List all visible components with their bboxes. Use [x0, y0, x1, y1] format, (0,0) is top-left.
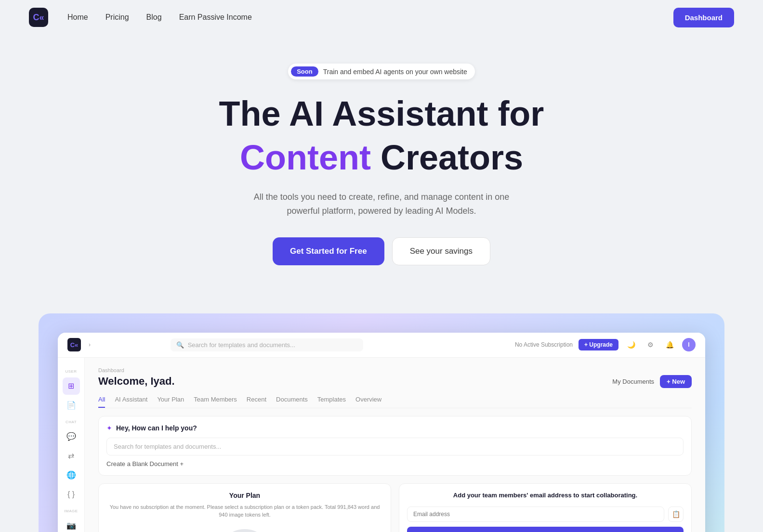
- db-welcome-right: My Documents + New: [612, 375, 692, 388]
- dark-mode-icon[interactable]: 🌙: [624, 338, 638, 351]
- sidebar-item-web[interactable]: 🌐: [63, 467, 80, 484]
- db-logo: C«: [67, 338, 81, 351]
- invite-friends-button[interactable]: Invite Friends: [407, 527, 684, 532]
- dashboard-preview-wrapper: C« › 🔍 Search for templates and document…: [39, 313, 724, 532]
- hero-title-line2: Content Creators: [10, 139, 753, 177]
- sidebar-item-camera[interactable]: 📷: [63, 517, 80, 532]
- db-cards-row: Your Plan You have no subscription at th…: [98, 483, 692, 532]
- db-search-placeholder: Search for templates and documents...: [188, 341, 295, 349]
- team-input-row: 📋: [407, 506, 684, 522]
- navbar: C« Home Pricing Blog Earn Passive Income…: [0, 0, 763, 35]
- db-chevron-icon: ›: [89, 341, 91, 348]
- notifications-icon[interactable]: 🔔: [663, 338, 676, 351]
- db-topbar: C« › 🔍 Search for templates and document…: [58, 333, 705, 358]
- tokens-gauge: [216, 527, 274, 532]
- sidebar-image-label: IMAGE: [64, 509, 78, 513]
- tab-team-members[interactable]: Team Members: [194, 396, 237, 408]
- sidebar-chat-label: CHAT: [66, 420, 77, 424]
- see-savings-button[interactable]: See your savings: [392, 237, 490, 265]
- nav-links: Home Pricing Blog Earn Passive Income: [67, 13, 673, 22]
- nav-blog[interactable]: Blog: [146, 13, 162, 22]
- sidebar-user-label: USER: [65, 369, 77, 374]
- plan-card-desc: You have no subscription at the moment. …: [106, 503, 383, 519]
- subscription-status: No Active Subscription: [515, 341, 573, 348]
- ai-card-title: Hey, How can I help you?: [116, 424, 197, 432]
- hero-title-purple: Content: [240, 138, 371, 177]
- hero-buttons: Get Started for Free See your savings: [10, 237, 753, 265]
- team-card: Add your team members' email address to …: [399, 483, 692, 532]
- copy-icon[interactable]: 📋: [668, 506, 684, 522]
- db-welcome-title: Welcome, Iyad.: [98, 375, 175, 388]
- sidebar-item-dashboard[interactable]: ⊞: [63, 377, 80, 395]
- tab-all[interactable]: All: [98, 396, 105, 408]
- my-documents-label: My Documents: [612, 378, 654, 385]
- hero-title-line1: The AI Assistant for: [10, 95, 753, 133]
- nav-earn[interactable]: Earn Passive Income: [179, 13, 252, 22]
- team-card-title: Add your team members' email address to …: [453, 492, 637, 499]
- get-started-button[interactable]: Get Started for Free: [273, 237, 384, 265]
- tab-recent[interactable]: Recent: [247, 396, 266, 408]
- search-icon: 🔍: [176, 341, 184, 349]
- db-main: Dashboard Welcome, Iyad. My Documents + …: [85, 358, 705, 532]
- user-avatar[interactable]: I: [682, 338, 696, 351]
- db-topbar-right: No Active Subscription + Upgrade 🌙 ⚙ 🔔 I: [515, 338, 696, 351]
- db-breadcrumb: Dashboard: [98, 367, 692, 373]
- hero-badge-pill: Soon: [291, 66, 318, 77]
- nav-home[interactable]: Home: [67, 13, 88, 22]
- hero-title-rest: Creators: [371, 138, 523, 177]
- email-input[interactable]: [407, 506, 664, 522]
- hero-badge: Soon Train and embed AI agents on your o…: [288, 64, 475, 79]
- hero-section: Soon Train and embed AI agents on your o…: [0, 35, 763, 313]
- dashboard-button[interactable]: Dashboard: [673, 8, 734, 27]
- plan-card: Your Plan You have no subscription at th…: [98, 483, 391, 532]
- dashboard-container: C« › 🔍 Search for templates and document…: [58, 333, 705, 532]
- tab-your-plan[interactable]: Your Plan: [157, 396, 184, 408]
- new-document-button[interactable]: + New: [660, 375, 692, 388]
- ai-assistant-card: ✦ Hey, How can I help you? Search for te…: [98, 416, 692, 476]
- plan-card-title: Your Plan: [106, 492, 383, 499]
- ai-search-bar[interactable]: Search for templates and documents...: [106, 438, 684, 455]
- nav-pricing[interactable]: Pricing: [105, 13, 129, 22]
- nav-logo: C«: [29, 8, 48, 27]
- sidebar-item-translate[interactable]: ⇄: [63, 447, 80, 465]
- db-sidebar: USER ⊞ 📄 CHAT 💬 ⇄ 🌐 { } IMAGE 📷 🖼 👁 ✦ ⊡ …: [58, 358, 85, 532]
- gauge-container: 991,843 Tokens: [106, 527, 383, 532]
- tab-ai-assistant[interactable]: AI Assistant: [115, 396, 147, 408]
- create-blank-document[interactable]: Create a Blank Document +: [106, 460, 684, 467]
- tab-documents[interactable]: Documents: [276, 396, 308, 408]
- sidebar-item-code[interactable]: { }: [63, 486, 80, 503]
- db-search-box[interactable]: 🔍 Search for templates and documents...: [171, 338, 363, 351]
- db-tabs: All AI Assistant Your Plan Team Members …: [98, 396, 692, 408]
- ai-card-header: ✦ Hey, How can I help you?: [106, 424, 684, 432]
- settings-icon[interactable]: ⚙: [644, 338, 657, 351]
- tab-overview[interactable]: Overview: [355, 396, 382, 408]
- hero-badge-text: Train and embed AI agents on your own we…: [323, 68, 467, 76]
- db-welcome-row: Welcome, Iyad. My Documents + New: [98, 375, 692, 388]
- db-body: USER ⊞ 📄 CHAT 💬 ⇄ 🌐 { } IMAGE 📷 🖼 👁 ✦ ⊡ …: [58, 358, 705, 532]
- sidebar-item-docs[interactable]: 📄: [63, 397, 80, 414]
- upgrade-button[interactable]: + Upgrade: [579, 339, 618, 350]
- sidebar-item-chat[interactable]: 💬: [63, 428, 80, 445]
- tab-templates[interactable]: Templates: [317, 396, 346, 408]
- ai-star-icon: ✦: [106, 424, 112, 432]
- hero-subtitle: All the tools you need to create, refine…: [247, 190, 516, 218]
